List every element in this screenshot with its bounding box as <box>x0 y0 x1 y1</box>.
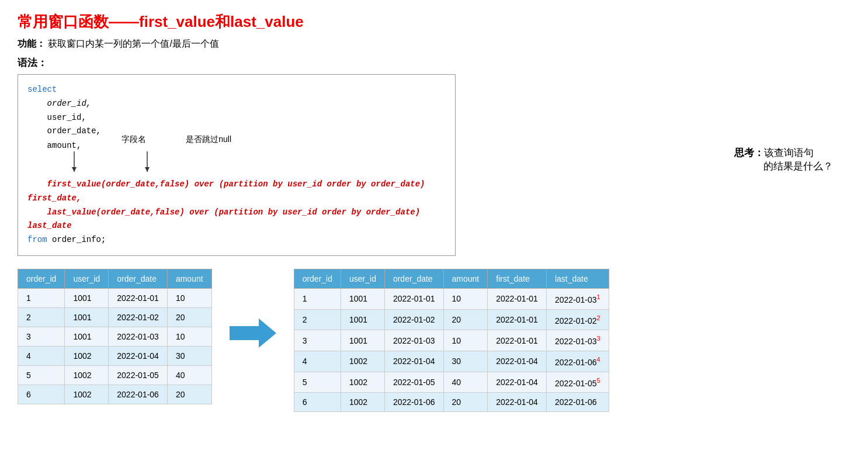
table-cell: 4 <box>294 351 341 372</box>
table-cell: 2 <box>294 309 341 330</box>
table-cell: 6 <box>18 385 65 404</box>
table-cell: 1001 <box>65 288 109 307</box>
table-cell: 10 <box>167 327 211 346</box>
svg-marker-4 <box>230 318 276 348</box>
table-row: 510022022-01-05402022-01-042022-01-055 <box>294 372 609 393</box>
table-cell: 20 <box>167 307 211 327</box>
table-cell: 10 <box>167 288 211 307</box>
annotation-skip-null: 是否跳过null <box>186 134 231 144</box>
function-label: 功能： <box>18 39 46 49</box>
code-order-date: order_date, <box>27 126 101 136</box>
table-row: 510022022-01-0540 <box>18 365 212 385</box>
table-cell: 2022-01-06 <box>109 385 168 404</box>
table-cell: 2022-01-055 <box>546 372 609 393</box>
table-cell: 1002 <box>341 372 385 393</box>
table-cell: 20 <box>443 393 488 412</box>
source-table: order_id user_id order_date amount 11001… <box>18 269 212 404</box>
annotation-arrows <box>63 148 214 178</box>
table-cell: 1001 <box>65 307 109 327</box>
table-cell: 5 <box>294 372 341 393</box>
table-cell: 20 <box>443 309 488 330</box>
table-cell: 2022-01-04 <box>488 393 547 412</box>
side-note: 思考：该查询语句 的结果是什么？ <box>734 146 833 173</box>
table-cell: 10 <box>443 288 488 309</box>
code-from-keyword: from <box>27 235 47 244</box>
table-cell: 1001 <box>341 288 385 309</box>
table-row: 610022022-01-06202022-01-042022-01-06 <box>294 393 609 412</box>
src-col-amount: amount <box>167 269 211 288</box>
table-cell: 1002 <box>65 385 109 404</box>
page-title: 常用窗口函数——first_value和last_value <box>18 12 850 32</box>
table-cell: 40 <box>167 365 211 385</box>
table-cell: 1001 <box>65 327 109 346</box>
table-cell: 2022-01-01 <box>488 309 547 330</box>
code-block: select order_id, user_id, order_date, am… <box>18 74 456 256</box>
code-from-table: order_info; <box>47 235 106 244</box>
table-cell: 3 <box>18 327 65 346</box>
code-last-value: last_value(order_date,false) over (parti… <box>27 207 420 231</box>
table-cell: 1001 <box>341 309 385 330</box>
table-cell: 2022-01-03 <box>109 327 168 346</box>
table-cell: 2022-01-04 <box>109 346 168 365</box>
table-cell: 4 <box>18 346 65 365</box>
res-col-order-id: order_id <box>294 269 341 288</box>
table-cell: 2022-01-04 <box>488 372 547 393</box>
function-desc: 功能： 获取窗口内某一列的第一个值/最后一个值 <box>18 38 850 50</box>
code-user-id: user_id, <box>27 113 86 122</box>
annotation-field-name: 字段名 <box>121 134 146 144</box>
tables-section: order_id user_id order_date amount 11001… <box>18 269 850 412</box>
table-cell: 3 <box>294 330 341 351</box>
table-row: 410022022-01-0430 <box>18 346 212 365</box>
table-cell: 6 <box>294 393 341 412</box>
table-cell: 1001 <box>341 330 385 351</box>
res-col-amount: amount <box>443 269 488 288</box>
table-cell: 2022-01-01 <box>384 288 443 309</box>
table-row: 110012022-01-01102022-01-012022-01-031 <box>294 288 609 309</box>
res-col-last-date: last_date <box>546 269 609 288</box>
table-cell: 2022-01-03 <box>384 330 443 351</box>
table-row: 410022022-01-04302022-01-042022-01-064 <box>294 351 609 372</box>
table-cell: 2022-01-04 <box>488 351 547 372</box>
table-cell: 30 <box>443 351 488 372</box>
table-cell: 2022-01-031 <box>546 288 609 309</box>
svg-marker-1 <box>72 167 77 172</box>
table-cell: 2022-01-06 <box>384 393 443 412</box>
res-col-user-id: user_id <box>341 269 385 288</box>
table-cell: 2022-01-01 <box>488 288 547 309</box>
syntax-label: 语法： <box>18 56 850 70</box>
table-cell: 2022-01-02 <box>109 307 168 327</box>
res-col-first-date: first_date <box>488 269 547 288</box>
table-row: 310012022-01-0310 <box>18 327 212 346</box>
table-row: 210012022-01-0220 <box>18 307 212 327</box>
table-cell: 2022-01-033 <box>546 330 609 351</box>
table-cell: 20 <box>167 385 211 404</box>
table-cell: 2 <box>18 307 65 327</box>
table-row: 110012022-01-0110 <box>18 288 212 307</box>
table-cell: 2022-01-04 <box>384 351 443 372</box>
table-cell: 1 <box>18 288 65 307</box>
result-table: order_id user_id order_date amount first… <box>294 269 609 412</box>
table-row: 210012022-01-02202022-01-012022-01-022 <box>294 309 609 330</box>
table-cell: 1002 <box>341 393 385 412</box>
table-cell: 1 <box>294 288 341 309</box>
src-col-user-id: user_id <box>65 269 109 288</box>
code-select-keyword: select <box>27 85 57 94</box>
table-cell: 1002 <box>341 351 385 372</box>
arrow-svg <box>230 316 276 351</box>
svg-marker-3 <box>145 167 150 172</box>
table-cell: 1002 <box>65 346 109 365</box>
table-cell: 2022-01-05 <box>109 365 168 385</box>
src-col-order-id: order_id <box>18 269 65 288</box>
table-cell: 2022-01-06 <box>546 393 609 412</box>
table-cell: 30 <box>167 346 211 365</box>
table-cell: 2022-01-02 <box>384 309 443 330</box>
res-col-order-date: order_date <box>384 269 443 288</box>
src-col-order-date: order_date <box>109 269 168 288</box>
code-amount: amount, <box>27 141 81 150</box>
table-cell: 2022-01-022 <box>546 309 609 330</box>
table-cell: 40 <box>443 372 488 393</box>
table-cell: 2022-01-064 <box>546 351 609 372</box>
table-cell: 2022-01-01 <box>488 330 547 351</box>
table-row: 310012022-01-03102022-01-012022-01-033 <box>294 330 609 351</box>
table-cell: 5 <box>18 365 65 385</box>
